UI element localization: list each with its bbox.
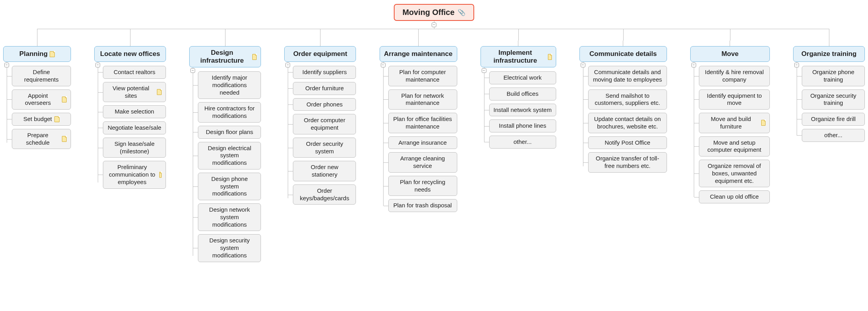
note-icon[interactable] — [252, 54, 257, 60]
leaf-node[interactable]: Electrical work — [489, 71, 556, 84]
leaf-node[interactable]: Plan for computer maintenance — [388, 66, 457, 86]
branch-head[interactable]: Planning — [3, 46, 71, 62]
collapse-toggle[interactable] — [691, 63, 696, 67]
branch-head[interactable]: Order equipment — [284, 46, 356, 62]
collapse-toggle[interactable] — [482, 68, 486, 73]
children-wrap: Identify major modifications neededHire … — [189, 67, 261, 262]
leaf-node[interactable]: Identify equipment to move — [699, 89, 770, 110]
note-icon[interactable] — [761, 120, 766, 126]
note-icon[interactable] — [50, 51, 55, 57]
root-node[interactable]: Moving Office 📎 — [394, 4, 474, 21]
leaf-node[interactable]: Identify & hire removal company — [699, 66, 770, 86]
leaf-node[interactable]: Identify major modifications needed — [198, 71, 261, 99]
note-icon[interactable] — [157, 89, 162, 95]
leaf-label: Order furniture — [305, 85, 344, 92]
leaf-node[interactable]: Arrange cleaning service — [388, 152, 457, 173]
leaf-node[interactable]: other... — [802, 129, 865, 142]
collapse-toggle[interactable] — [581, 63, 585, 67]
leaf-node[interactable]: Design network system modifications — [198, 203, 261, 231]
leaf-node[interactable]: Contact realtors — [103, 66, 166, 79]
leaf-node[interactable]: Order furniture — [293, 82, 356, 95]
branch-head[interactable]: Communicate details — [579, 46, 667, 62]
leaf-node[interactable]: Arrange insurance — [388, 136, 457, 149]
leaf-label: Hire contractors for modifications — [202, 105, 257, 120]
connector-line — [37, 41, 37, 46]
leaf-node[interactable]: Install phone lines — [489, 119, 556, 132]
connector-line — [320, 41, 320, 46]
connector-line — [320, 29, 320, 41]
leaf-node[interactable]: Notify Post Office — [588, 136, 667, 149]
branch: Arrange maintenancePlan for computer mai… — [380, 41, 457, 212]
collapse-toggle[interactable] — [95, 63, 100, 67]
leaf-node[interactable]: Make selection — [103, 105, 166, 118]
leaf-node[interactable]: Communicate details and moving date to e… — [588, 66, 667, 86]
branch-head[interactable]: Move — [690, 46, 770, 62]
branch-label: Communicate details — [589, 50, 657, 58]
collapse-toggle[interactable] — [4, 63, 9, 67]
leaf-node[interactable]: Clean up old office — [699, 190, 770, 203]
branch: Locate new officesContact realtorsView p… — [94, 41, 166, 189]
leaf-node[interactable]: Plan for network maintenance — [388, 89, 457, 110]
leaf-label: Identify & hire removal company — [703, 69, 766, 84]
leaf-label: Plan for network maintenance — [393, 92, 453, 107]
leaf-node[interactable]: View potential sites — [103, 82, 166, 102]
leaf-node[interactable]: Appoint overseers — [12, 89, 71, 110]
children-list: Contact realtorsView potential sitesMake… — [94, 62, 166, 189]
collapse-toggle[interactable] — [794, 63, 799, 67]
branch-head[interactable]: Organize training — [793, 46, 865, 62]
leaf-node[interactable]: Organize security training — [802, 89, 865, 110]
leaf-node[interactable]: Organize removal of boxes, unwanted equi… — [699, 160, 770, 187]
leaf-node[interactable]: Build offices — [489, 88, 556, 101]
collapse-toggle[interactable] — [381, 63, 386, 67]
leaf-node[interactable]: Design phone system modifications — [198, 173, 261, 200]
leaf-node[interactable]: Sign lease/sale (milestone) — [103, 138, 166, 158]
note-icon[interactable] — [548, 54, 552, 60]
branch-head[interactable]: Design infrastructure — [189, 46, 261, 67]
leaf-node[interactable]: Send mailshot to customers, suppliers et… — [588, 89, 667, 110]
leaf-node[interactable]: Design security system modifications — [198, 234, 261, 262]
note-icon[interactable] — [62, 136, 67, 142]
leaf-node[interactable]: Identify suppliers — [293, 66, 356, 79]
leaf-node[interactable]: Set budget — [12, 113, 71, 126]
leaf-node[interactable]: Install network system — [489, 104, 556, 117]
leaf-node[interactable]: Negotiate lease/sale — [103, 121, 166, 134]
attachment-icon[interactable]: 📎 — [458, 9, 466, 16]
leaf-node[interactable]: Order security system — [293, 138, 356, 158]
children-wrap: Contact realtorsView potential sitesMake… — [94, 62, 166, 189]
note-icon[interactable] — [159, 172, 162, 178]
leaf-node[interactable]: Organize fire drill — [802, 113, 865, 126]
leaf-node[interactable]: Order computer equipment — [293, 114, 356, 134]
leaf-node[interactable]: Organize phone training — [802, 66, 865, 86]
note-icon[interactable] — [54, 116, 60, 122]
branch-head[interactable]: Implement infrastructure — [481, 46, 556, 67]
collapse-toggle-root[interactable] — [432, 22, 436, 27]
leaf-node[interactable]: Move and build furniture — [699, 113, 770, 133]
leaf-node[interactable]: Order phones — [293, 98, 356, 111]
leaf-node[interactable]: Prepare schedule — [12, 129, 71, 149]
leaf-node[interactable]: Hire contractors for modifications — [198, 102, 261, 123]
leaf-node[interactable]: Plan for recycling needs — [388, 176, 457, 196]
leaf-node[interactable]: Organize transfer of toll-free numbers e… — [588, 152, 667, 173]
leaf-node[interactable]: other... — [489, 136, 556, 149]
note-icon[interactable] — [62, 97, 67, 102]
branch: MoveIdentify & hire removal companyIdent… — [690, 41, 770, 203]
connector-line — [623, 41, 623, 46]
leaf-label: other... — [514, 138, 532, 146]
leaf-node[interactable]: Design floor plans — [198, 126, 261, 139]
leaf-node[interactable]: Plan for trash disposal — [388, 199, 457, 212]
leaf-node[interactable]: Update contact details on brochures, web… — [588, 113, 667, 133]
leaf-node[interactable]: Plan for office facilities maintenance — [388, 113, 457, 133]
leaf-node[interactable]: Define requirements — [12, 66, 71, 86]
branch-label: Planning — [19, 50, 48, 58]
branch-label: Implement infrastructure — [485, 49, 546, 65]
leaf-node[interactable]: Order new stationery — [293, 161, 356, 181]
collapse-toggle[interactable] — [190, 68, 195, 73]
root-label: Moving Office — [402, 8, 454, 17]
leaf-node[interactable]: Order keys/badges/cards — [293, 184, 356, 205]
leaf-node[interactable]: Design electrical system modifications — [198, 142, 261, 169]
branch-head[interactable]: Locate new offices — [94, 46, 166, 62]
leaf-node[interactable]: Move and setup computer equipment — [699, 136, 770, 157]
branch-head[interactable]: Arrange maintenance — [380, 46, 457, 62]
collapse-toggle[interactable] — [285, 63, 290, 67]
leaf-node[interactable]: Preliminary communication to employees — [103, 161, 166, 188]
